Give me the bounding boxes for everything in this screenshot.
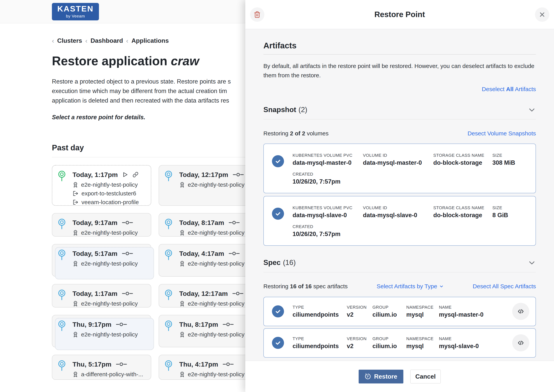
link-icon[interactable] <box>133 172 138 178</box>
policy-badge-icon <box>179 331 185 338</box>
policy-name: e2e-nightly-test-policy <box>188 331 245 338</box>
restore-point-time: Today, 5:17am <box>72 250 117 257</box>
spec-count: (16) <box>283 259 296 266</box>
policy-row: e2e-nightly-test-policy <box>179 260 254 267</box>
restore-point-time: Thu, 8:17pm <box>179 321 218 328</box>
checked-checkbox-icon[interactable] <box>272 208 284 220</box>
policy-name: e2e-nightly-test-policy <box>81 331 138 338</box>
field-label: STORAGE CLASS NAME <box>433 205 492 210</box>
breadcrumb-item-applications[interactable]: Applications <box>131 37 169 44</box>
restore-point-card[interactable]: Today, 8:17ame2e-nightly-test-policy <box>159 213 258 237</box>
export-icon <box>72 199 79 205</box>
spec-restoring-row: Restoring 16 of 16 spec artifacts Select… <box>263 282 536 290</box>
field: VOLUME IDdata-mysql-slave-0 <box>363 205 433 219</box>
breadcrumb-item-dashboard[interactable]: Dashboard <box>91 37 123 44</box>
restore-point-card[interactable]: Today, 1:17ame2e-nightly-test-policy <box>52 284 151 308</box>
field-value: do-block-storage <box>433 159 492 166</box>
chevron-down-icon[interactable] <box>528 106 536 114</box>
restore-point-card-header: Today, 12:17pm <box>179 171 254 179</box>
cancel-button[interactable]: Cancel <box>410 370 441 384</box>
restore-point-pin-icon <box>164 170 173 182</box>
field: STORAGE CLASS NAMEdo-block-storage <box>433 153 492 166</box>
field: CREATED10/26/20, 7:57pm <box>292 172 536 185</box>
checked-checkbox-icon[interactable] <box>272 305 284 317</box>
checked-checkbox-icon[interactable] <box>272 155 284 167</box>
field: CREATED10/26/20, 7:57pm <box>292 224 536 238</box>
snapshot-section-title: Snapshot(2) <box>263 106 307 114</box>
deselect-all-artifacts-link[interactable]: Deselect All Artifacts <box>482 86 536 92</box>
field-value: mysql-slave-0 <box>439 343 512 350</box>
field-label: NAMESPACE <box>406 305 439 310</box>
policy-badge-icon <box>179 230 185 236</box>
restore-point-card[interactable]: Thu, 5:17pma-different-policy-with-... <box>52 355 151 380</box>
restore-point-time: Today, 4:17am <box>179 250 224 257</box>
breadcrumb-item-clusters[interactable]: Clusters <box>57 37 82 44</box>
kasten-logo-byline: by Veeam <box>66 14 85 18</box>
chevron-down-icon <box>439 284 444 289</box>
restore-point-card[interactable]: Today, 12:17pme2e-nightly-test-policy <box>159 165 258 206</box>
restore-point-card-rows: e2e-nightly-test-policy <box>179 260 254 267</box>
field-value: data-mysql-slave-0 <box>363 212 433 219</box>
restore-point-card-rows: e2e-nightly-test-policy <box>179 371 254 378</box>
restore-points-column-2: Today, 12:17pme2e-nightly-test-policyTod… <box>159 165 258 380</box>
restore-point-card[interactable]: Today, 12:17ame2e-nightly-test-policy <box>159 284 258 308</box>
policy-name: veeam-location-profile <box>81 199 139 205</box>
breadcrumb-chevron-icon: ‹ <box>52 37 54 44</box>
restore-point-time: Today, 12:17am <box>179 290 228 297</box>
policy-row: e2e-nightly-test-policy <box>72 260 147 267</box>
field: TYPEciliumendpoints <box>292 305 347 318</box>
chevron-down-icon[interactable] <box>528 259 536 267</box>
restore-point-card-header: Thu, 9:17pm <box>72 320 147 329</box>
divider <box>263 272 536 272</box>
spec-artifact-card: TYPEciliumendpointsVERSIONv2GROUPcilium.… <box>263 297 536 326</box>
policy-name: e2e-nightly-test-policy <box>188 371 245 378</box>
policy-row: e2e-nightly-test-policy <box>72 182 147 188</box>
divider <box>263 119 536 119</box>
restore-point-card-rows: e2e-nightly-test-policy <box>72 229 147 236</box>
policy-badge-icon <box>72 260 78 267</box>
policy-name: e2e-nightly-test-policy <box>81 300 138 307</box>
restore-point-card[interactable]: Thu, 9:17pme2e-nightly-test-policy <box>52 315 151 347</box>
restore-button[interactable]: Restore <box>359 370 403 384</box>
spec-fields: TYPEciliumendpointsVERSIONv2GROUPcilium.… <box>292 305 512 318</box>
delete-restore-point-button[interactable] <box>250 7 264 22</box>
restore-point-card-header: Today, 9:17am <box>72 218 147 227</box>
view-yaml-button[interactable] <box>512 303 529 320</box>
deselect-all-spec-artifacts-link[interactable]: Desect All Spec Artifacts <box>473 283 536 290</box>
deselect-all-row: Deselect All Artifacts <box>263 86 536 93</box>
close-panel-button[interactable] <box>535 7 549 22</box>
restore-point-card[interactable]: Today, 9:17ame2e-nightly-test-policy <box>52 213 151 237</box>
spec-section-title: Spec(16) <box>263 259 296 267</box>
close-icon <box>538 11 546 18</box>
checked-checkbox-icon[interactable] <box>272 337 284 349</box>
volume-artifact-card: KUBERNETES VOLUME PVCdata-mysql-master-0… <box>263 144 536 193</box>
restoring-spec-text: Restoring 16 of 16 spec artifacts <box>263 283 348 290</box>
restore-point-time: Thu, 4:17pm <box>179 361 218 368</box>
restore-point-card-header: Today, 12:17am <box>179 289 254 298</box>
field: VERSIONv2 <box>347 305 372 318</box>
select-artifacts-by-type-link[interactable]: Select Artifacts by Type <box>377 283 444 290</box>
field-label: CREATED <box>292 172 536 177</box>
field-value: do-block-storage <box>433 212 492 219</box>
segment-icon <box>223 362 234 366</box>
restore-point-card[interactable]: Thu, 8:17pme2e-nightly-test-policy <box>159 315 258 347</box>
restore-point-card[interactable]: Today, 4:17ame2e-nightly-test-policy <box>159 244 258 277</box>
restore-point-card[interactable]: Thu, 4:17pme2e-nightly-test-policy <box>159 355 258 380</box>
segment-icon <box>122 221 133 224</box>
run-restore-icon[interactable] <box>122 172 128 178</box>
view-yaml-button[interactable] <box>512 334 529 351</box>
field: SIZE308 MiB <box>492 153 536 166</box>
policy-badge-icon <box>72 182 78 188</box>
field-label: VERSION <box>347 305 372 310</box>
restore-point-time: Today, 1:17am <box>72 290 117 297</box>
restore-point-card[interactable]: Today, 5:17ame2e-nightly-test-policy <box>52 244 151 277</box>
field-label: TYPE <box>292 336 347 341</box>
deselect-volume-snapshots-link[interactable]: Desect Volume Snapshots <box>468 130 536 137</box>
segment-icon <box>229 221 240 224</box>
restore-point-pin-icon <box>57 218 66 230</box>
restore-point-card[interactable]: Today, 1:17pme2e-nightly-test-policyexpo… <box>52 165 151 206</box>
policy-badge-icon <box>72 371 78 378</box>
field-label: VOLUME ID <box>363 153 433 158</box>
kasten-logo[interactable]: KASTEN by Veeam <box>52 3 99 20</box>
segment-icon <box>223 322 234 326</box>
